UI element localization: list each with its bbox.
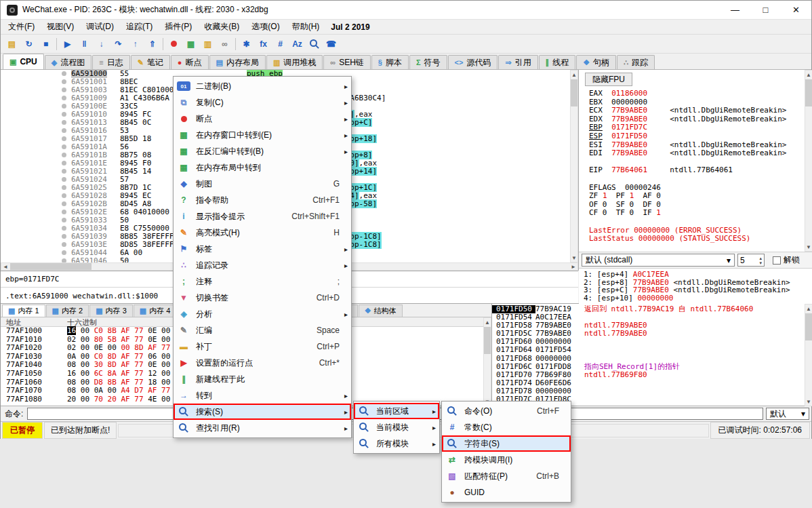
breakpoint-dot-icon[interactable]: [62, 185, 66, 190]
breakpoint-dot-icon[interactable]: [62, 193, 66, 198]
breakpoint-dot-icon[interactable]: [62, 153, 66, 157]
dump-scrollbar[interactable]: ▲ ▼: [483, 317, 491, 406]
scroll-left-icon[interactable]: ◄: [1, 263, 9, 270]
menu-item-graph[interactable]: ◆制图G: [174, 176, 351, 192]
breakpoint-dot-icon[interactable]: [62, 87, 66, 92]
unlock-checkbox[interactable]: [773, 256, 781, 265]
tab-threads[interactable]: ∥线程: [539, 55, 576, 69]
menu-item-label[interactable]: ⚑标签▸: [174, 241, 351, 257]
breakpoint-dot-icon[interactable]: [62, 104, 66, 109]
stack-scrollbar[interactable]: ▲ ▼: [805, 304, 812, 406]
menu-item-analysis[interactable]: ◈分析▸: [174, 306, 351, 322]
scroll-thumb[interactable]: [571, 79, 577, 106]
run-button[interactable]: ▶: [59, 36, 76, 52]
stack-row[interactable]: 0171FD6800000000: [492, 355, 805, 363]
arguments-pane[interactable]: 1: [esp+4] A0C17EEA2: [esp+8] 77B9ABE0 <…: [579, 268, 812, 305]
dump-tab-memory-2[interactable]: ▦内存 2: [46, 305, 89, 317]
menu-item-comment[interactable]: ;注释;: [174, 273, 351, 290]
stop-button[interactable]: ■: [37, 36, 54, 52]
title-bar[interactable]: WeChat.exe - PID: 263C - 模块: wechatwin.d…: [1, 1, 811, 20]
stack-row[interactable]: 0171FD6C0171FDD8指向SEH_Record[1]的指针: [492, 363, 805, 371]
scroll-up-icon[interactable]: ▲: [805, 305, 812, 313]
breakpoint-dot-icon[interactable]: [62, 96, 66, 100]
close-button[interactable]: ✕: [781, 1, 811, 19]
scroll-down-icon[interactable]: ▼: [805, 243, 812, 251]
menu-item-toggle-bookmark[interactable]: ▼切换书签Ctrl+D: [174, 290, 351, 306]
scroll-thumb[interactable]: [484, 327, 491, 354]
menubar-item[interactable]: 选项(O): [245, 20, 285, 34]
menu-item-follow-in-memory-map[interactable]: ▦在内存布局中转到: [174, 159, 351, 176]
breakpoint-dot-icon[interactable]: [62, 242, 66, 247]
scroll-thumb[interactable]: [10, 263, 92, 270]
tab-breakpoints[interactable]: ●断点: [171, 55, 209, 69]
scroll-down-icon[interactable]: ▼: [805, 397, 812, 406]
menu-item-trace-record[interactable]: ∴追踪记录▸: [174, 257, 351, 273]
menu-item-copy[interactable]: ⧉复制(C)▸: [174, 94, 351, 111]
register-line[interactable]: LastStatus 00000000 (STATUS_SUCCESS): [589, 235, 786, 243]
tab-memory-map[interactable]: ▤内存布局: [209, 55, 266, 69]
menu-item-binary[interactable]: 01二进制(B)▸: [174, 78, 351, 94]
calling-convention-select[interactable]: 默认 (stdcall) ▾: [582, 254, 735, 267]
breakpoint-dot-icon[interactable]: [62, 71, 66, 76]
tab-call-stack[interactable]: ▥调用堆栈: [266, 55, 323, 69]
tab-symbols[interactable]: Σ符号: [409, 55, 447, 69]
breakpoint-dot-icon[interactable]: [62, 136, 66, 141]
scroll-down-icon[interactable]: ▼: [571, 254, 577, 262]
execute-till-return-button[interactable]: ↑: [127, 36, 144, 52]
menu-item-string-references[interactable]: 字符串(S): [442, 435, 571, 452]
stack-row[interactable]: 0171FD640171FD54: [492, 346, 805, 354]
find-pattern-button[interactable]: [306, 36, 323, 52]
breakpoint-dot-icon[interactable]: [62, 79, 66, 84]
breakpoint-dot-icon[interactable]: [62, 218, 66, 222]
menubar-item[interactable]: 收藏夹(B): [198, 20, 245, 34]
arg-count-spinner[interactable]: 5 ▴▾: [737, 254, 765, 267]
menu-item-constant[interactable]: #常数(C): [442, 419, 571, 435]
tab-cpu[interactable]: ▣CPU: [3, 54, 44, 69]
scroll-up-icon[interactable]: ▲: [805, 71, 812, 79]
minimize-button[interactable]: —: [720, 1, 750, 19]
memory-map-button[interactable]: ▦: [182, 36, 199, 52]
tab-source[interactable]: <>源代码: [448, 55, 498, 69]
scroll-up-icon[interactable]: ▲: [571, 71, 577, 79]
scroll-thumb[interactable]: [805, 79, 812, 106]
menu-item-search-current-module[interactable]: 当前模块▸: [354, 419, 439, 435]
breakpoint-dot-icon[interactable]: [62, 120, 66, 125]
menu-item-patch[interactable]: ▬补丁Ctrl+P: [174, 338, 351, 355]
breakpoint-dot-icon[interactable]: [62, 112, 66, 117]
call-stack-button[interactable]: ▥: [199, 36, 216, 52]
dump-tab-memory-4[interactable]: ▦内存 4: [134, 305, 177, 317]
menu-item-command[interactable]: 命令(O)Ctrl+F: [442, 403, 571, 419]
menubar-item[interactable]: 帮助(H): [286, 20, 326, 34]
menu-item-breakpoint[interactable]: 断点▸: [174, 111, 351, 127]
tab-trace[interactable]: ∴跟踪: [617, 55, 655, 69]
breakpoint-dot-icon[interactable]: [62, 201, 66, 206]
dump-tab-struct[interactable]: ❖结构体: [359, 305, 403, 317]
strings-button[interactable]: Az: [289, 36, 306, 52]
menubar-item[interactable]: 视图(V): [41, 20, 80, 34]
dump-hex-header[interactable]: 十六进制: [60, 317, 97, 326]
menu-item-highlight-mode[interactable]: ✎高亮模式(H)H: [174, 224, 351, 241]
tab-script[interactable]: §脚本: [371, 55, 409, 69]
breakpoint-dot-icon[interactable]: [62, 161, 66, 165]
menu-item-follow-in-disassembler[interactable]: ▦在反汇编中转到(B)▸: [174, 143, 351, 159]
spinner-arrows-icon[interactable]: ▴▾: [759, 256, 762, 265]
menu-item-follow-in-memory-window[interactable]: ▦在内存窗口中转到(E)▸: [174, 127, 351, 143]
disasm-vscrollbar[interactable]: ▲ ▼: [570, 70, 578, 262]
tab-references[interactable]: ⇒引用: [498, 55, 537, 69]
menu-item-set-new-origin[interactable]: ▶设置新的运行点Ctrl+*: [174, 355, 351, 371]
register-line[interactable]: EIP 77B64061 ntdll.77B64061: [589, 166, 786, 175]
register-list[interactable]: EAX 01186000EBX 00000000ECX 77B9ABE0 <nt…: [589, 90, 786, 260]
step-into-button[interactable]: ↓: [93, 36, 110, 52]
dump-address-header[interactable]: 地址: [1, 317, 60, 326]
breakpoint-dot-icon[interactable]: [62, 250, 66, 255]
breakpoints-button[interactable]: [165, 36, 182, 52]
dump-tab-memory-1[interactable]: ▦内存 1: [2, 305, 45, 317]
tab-handles[interactable]: ❖句柄: [576, 55, 616, 69]
breakpoint-dot-icon[interactable]: [62, 210, 66, 214]
scroll-right-icon[interactable]: ►: [569, 263, 577, 270]
breakpoint-dot-icon[interactable]: [62, 128, 66, 133]
menu-item-search-current-region[interactable]: 当前区域▸: [354, 403, 439, 419]
menu-item-intermodular-calls[interactable]: ⇄跨模块调用(I): [442, 452, 571, 468]
breakpoint-dot-icon[interactable]: [62, 234, 66, 239]
menu-item-guid[interactable]: ●GUID: [442, 484, 571, 501]
